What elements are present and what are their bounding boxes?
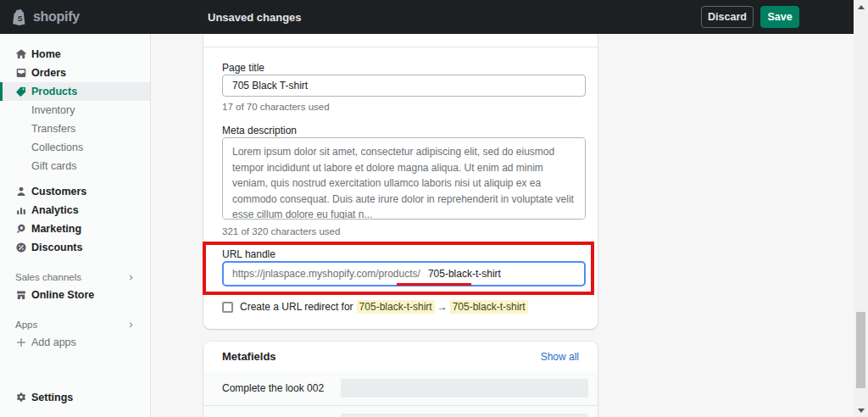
metafields-title: Metafields: [222, 350, 276, 363]
chevron-right-icon: [127, 270, 135, 285]
metafield-row-label: Complete the look 002: [222, 382, 324, 394]
sidebar-item-label: Gift cards: [31, 160, 77, 172]
sidebar-item-inventory[interactable]: Inventory: [0, 101, 150, 120]
sidebar-item-label: Settings: [31, 392, 73, 403]
sidebar-item-customers[interactable]: Customers: [0, 182, 150, 201]
sidebar-item-transfers[interactable]: Transfers: [0, 120, 150, 138]
sidebar-item-discounts[interactable]: Discounts: [0, 238, 150, 257]
sidebar-item-home[interactable]: Home: [0, 45, 150, 64]
topbar: S shopify Unsaved changes Discard Save: [0, 0, 854, 34]
scrollbar-down-arrow[interactable]: [854, 403, 868, 417]
seo-card: Page title 17 of 70 characters used Meta…: [203, 34, 598, 329]
shopify-bag-icon: S: [12, 8, 28, 26]
page-title-label: Page title: [222, 62, 264, 74]
sidebar-item-label: Transfers: [31, 123, 75, 135]
meta-description-textarea[interactable]: Lorem ipsum dolor sit amet, consectetur …: [222, 137, 586, 220]
svg-text:S: S: [18, 14, 23, 22]
sidebar-item-label: Online Store: [31, 289, 94, 301]
meta-description-label: Meta description: [222, 125, 297, 136]
metafields-rows: Complete the look 002: [203, 371, 598, 417]
url-prefix-text: https://jnlaspace.myshopify.com/products…: [232, 268, 420, 280]
sidebar-item-label: Home: [31, 48, 61, 60]
url-handle-label: URL handle: [222, 248, 275, 260]
sidebar: Home Orders Products Inventory Transfers…: [0, 34, 151, 417]
percent-icon: [15, 242, 27, 253]
sidebar-item-online-store[interactable]: Online Store: [0, 286, 150, 304]
sidebar-item-analytics[interactable]: Analytics: [0, 201, 150, 220]
main-content: Page title 17 of 70 characters used Meta…: [152, 34, 854, 417]
metafield-value-input[interactable]: [341, 379, 588, 398]
sidebar-item-label: Products: [31, 86, 77, 97]
sales-channels-heading-label: Sales channels: [15, 272, 81, 282]
metafields-header: Metafields Show all: [203, 342, 598, 371]
page-title-input[interactable]: [222, 75, 586, 97]
card-divider: [203, 47, 598, 47]
sidebar-item-label: Customers: [31, 186, 86, 197]
storefront-icon: [15, 289, 27, 301]
sidebar-item-add-apps[interactable]: Add apps: [0, 333, 150, 352]
sidebar-item-marketing[interactable]: Marketing: [0, 220, 150, 238]
annotation-red-underline: [397, 283, 471, 286]
sidebar-heading-apps[interactable]: Apps: [0, 316, 150, 333]
topbar-actions: Discard Save: [701, 6, 799, 28]
sidebar-item-orders[interactable]: Orders: [0, 64, 150, 82]
person-icon: [15, 186, 27, 197]
sidebar-item-settings[interactable]: Settings: [0, 388, 151, 407]
sidebar-item-products[interactable]: Products: [0, 82, 150, 101]
sidebar-item-collections[interactable]: Collections: [0, 138, 150, 157]
show-all-link[interactable]: Show all: [541, 351, 579, 363]
gear-icon: [15, 392, 27, 403]
megaphone-icon: [15, 223, 27, 235]
shopify-logo[interactable]: S shopify: [0, 8, 182, 26]
unsaved-changes-status: Unsaved changes: [208, 11, 302, 24]
sidebar-item-label: Discounts: [31, 242, 82, 253]
page-title-counter: 17 of 70 characters used: [222, 102, 330, 112]
sidebar-item-label: Orders: [31, 67, 66, 79]
vertical-scrollbar[interactable]: [854, 0, 868, 417]
url-redirect-row: Create a URL redirect for 705-black-t-sh…: [222, 300, 528, 314]
plus-icon: [15, 336, 27, 348]
sidebar-item-label: Collections: [31, 142, 83, 153]
chevron-right-icon: [127, 317, 135, 332]
redirect-label-text: Create a URL redirect for: [240, 301, 353, 313]
sidebar-item-label: Marketing: [31, 223, 81, 235]
redirect-from-handle: 705-black-t-shirt: [357, 300, 435, 314]
metafields-card: Metafields Show all Complete the look 00…: [203, 342, 598, 417]
sidebar-item-label: Analytics: [31, 204, 79, 216]
url-redirect-checkbox[interactable]: [222, 302, 233, 313]
metafield-value-input[interactable]: [341, 414, 588, 417]
scrollbar-thumb[interactable]: [856, 312, 865, 388]
metafield-row: [203, 406, 598, 417]
save-button[interactable]: Save: [760, 6, 799, 28]
shopify-wordmark: shopify: [33, 9, 80, 25]
sidebar-item-label: Add apps: [31, 336, 76, 348]
redirect-to-handle: 705-black-t-shirt: [450, 300, 528, 314]
scrollbar-up-arrow[interactable]: [854, 0, 868, 14]
tag-icon: [15, 86, 27, 97]
meta-description-counter: 321 of 320 characters used: [222, 226, 340, 236]
bar-chart-icon: [15, 204, 27, 216]
arrow-right-icon: →: [437, 301, 448, 313]
url-handle-input[interactable]: https://jnlaspace.myshopify.com/products…: [222, 261, 586, 286]
discard-button[interactable]: Discard: [701, 6, 754, 28]
url-handle-text: 705-black-t-shirt: [428, 268, 501, 280]
home-icon: [15, 48, 27, 60]
sidebar-heading-sales-channels[interactable]: Sales channels: [0, 269, 150, 286]
sidebar-item-label: Inventory: [31, 104, 75, 116]
sidebar-item-gift-cards[interactable]: Gift cards: [0, 157, 150, 175]
orders-icon: [15, 67, 27, 79]
metafield-row: Complete the look 002: [203, 371, 598, 405]
apps-heading-label: Apps: [15, 320, 37, 330]
